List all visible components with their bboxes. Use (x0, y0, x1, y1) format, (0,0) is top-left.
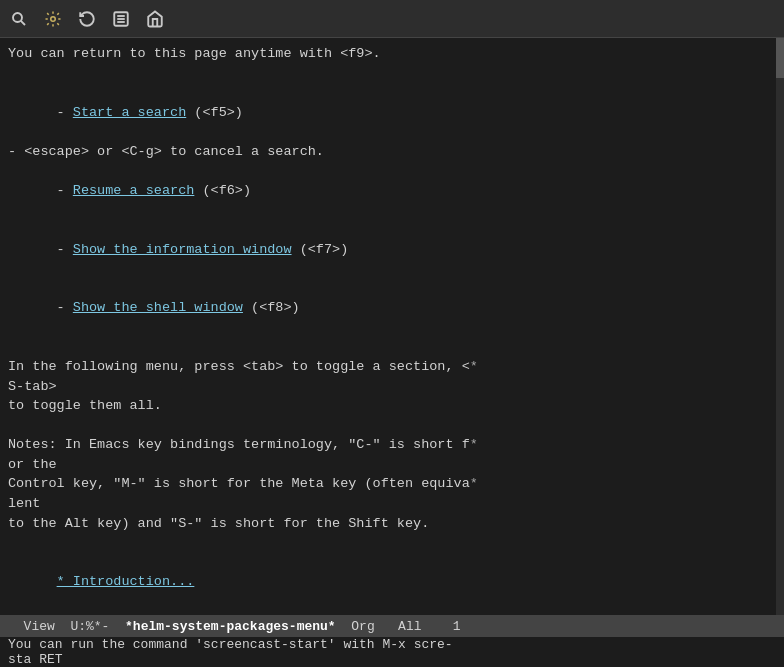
info-window-link[interactable]: Show the information window (73, 242, 292, 257)
line-empty-3 (8, 416, 762, 436)
line-tab-info-3: to toggle them all. (8, 396, 762, 416)
svg-point-0 (13, 13, 22, 22)
line-notes-2: or the (8, 455, 762, 475)
line-tab-info-2: S-tab> (8, 377, 762, 397)
start-search-key: (<f5>) (186, 105, 243, 120)
start-search-link[interactable]: Start a search (73, 105, 186, 120)
svg-point-2 (51, 16, 56, 21)
resume-search-key: (<f6>) (194, 183, 251, 198)
bottom-bar: You can run the command 'screencast-star… (0, 637, 784, 667)
bullet-3: - (57, 242, 73, 257)
line-start-search: - Start a search (<f5>) (8, 83, 762, 142)
status-bar: View U:%*- *helm-system-packages-menu* O… (0, 615, 784, 637)
line-intro-link: * Introduction... (8, 553, 762, 612)
resume-search-link[interactable]: Resume a search (73, 183, 195, 198)
info-window-key: (<f7>) (292, 242, 349, 257)
scrollbar-thumb[interactable] (776, 38, 784, 78)
bullet-1: - (57, 105, 73, 120)
list-icon[interactable] (110, 8, 132, 30)
line-info-window: - Show the information window (<f7>) (8, 220, 762, 279)
line-custom-link: * Customization... (8, 611, 762, 615)
toolbar (0, 0, 784, 38)
line-notes-4: lent (8, 494, 762, 514)
scrollbar[interactable] (776, 38, 784, 615)
bullet-4: - (57, 300, 73, 315)
svg-line-1 (21, 20, 25, 24)
refresh-icon[interactable] (76, 8, 98, 30)
status-right: Org All 1 (336, 619, 461, 634)
line-shell-window: - Show the shell window (<f8>) (8, 279, 762, 338)
line-notes-3: Control key, "M-" is short for the Meta … (8, 474, 762, 494)
search-icon[interactable] (8, 8, 30, 30)
main-content: You can return to this page anytime with… (0, 38, 784, 615)
line-intro: You can return to this page anytime with… (8, 44, 762, 64)
line-notes-1: Notes: In Emacs key bindings terminology… (8, 435, 762, 455)
line-empty-4 (8, 533, 762, 553)
bottom-line-2: sta RET (8, 652, 776, 667)
line-notes-5: to the Alt key) and "S-" is short for th… (8, 514, 762, 534)
bullet-2: - (57, 183, 73, 198)
content-area: You can return to this page anytime with… (8, 44, 776, 615)
home-icon[interactable] (144, 8, 166, 30)
line-empty-2 (8, 337, 762, 357)
settings-icon[interactable] (42, 8, 64, 30)
line-tab-info-1: In the following menu, press <tab> to to… (8, 357, 762, 377)
line-resume-search: - Resume a search (<f6>) (8, 161, 762, 220)
status-left: View U:%*- (8, 619, 125, 634)
introduction-link[interactable]: * Introduction... (57, 574, 195, 589)
status-mode-name: *helm-system-packages-menu* (125, 619, 336, 634)
bottom-line-1: You can run the command 'screencast-star… (8, 637, 776, 652)
line-escape: - <escape> or <C-g> to cancel a search. (8, 142, 762, 162)
shell-window-key: (<f8>) (243, 300, 300, 315)
line-empty-1 (8, 64, 762, 84)
shell-window-link[interactable]: Show the shell window (73, 300, 243, 315)
